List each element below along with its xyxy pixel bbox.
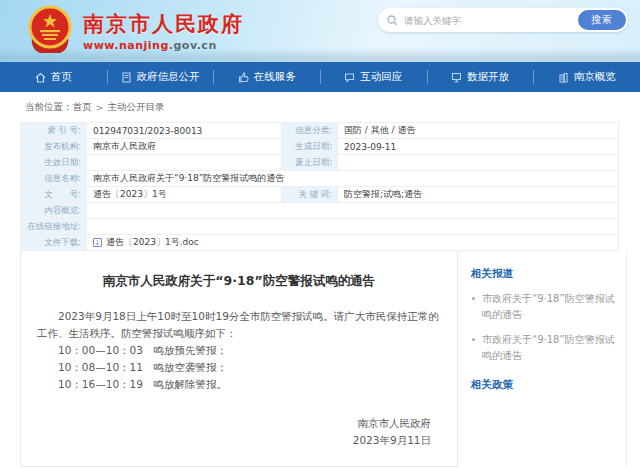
related-report-item[interactable]: 市政府关于“9·18”防空警报试鸣的通告 xyxy=(471,291,616,323)
related-policies-title: 相关政策 xyxy=(471,378,616,392)
building-icon xyxy=(558,72,569,83)
breadcrumb: 当前位置： 首页 > 主动公开目录 xyxy=(0,92,640,122)
keywords-label: 关 键 词: xyxy=(282,187,338,203)
info-name-value: 南京市人民政府关于“9·18”防空警报试鸣的通告 xyxy=(87,171,619,187)
effective-date-value xyxy=(87,155,282,171)
nav-item-interaction[interactable]: 互动回应 xyxy=(320,62,427,92)
summary-label: 内容概览: xyxy=(21,203,87,219)
signature-org: 南京市人民政府 xyxy=(37,415,431,432)
category-value: 国防 / 其他 / 通告 xyxy=(338,123,619,139)
site-header: 南京市人民政府 www.nanjing.gov.cn 搜索 xyxy=(0,0,640,62)
effective-date-label: 生效日期: xyxy=(21,155,87,171)
table-row: 索 引 号: 012947031/2023-80013 信息分类: 国防 / 其… xyxy=(21,123,619,139)
index-number-value: 012947031/2023-80013 xyxy=(87,123,282,139)
publisher-value: 南京市人民政府 xyxy=(87,139,282,155)
site-name: 南京市人民政府 xyxy=(83,11,244,37)
related-reports-title: 相关报道 xyxy=(471,267,616,281)
table-row: 信息名称: 南京市人民政府关于“9·18”防空警报试鸣的通告 xyxy=(21,171,619,187)
chat-bubble-icon xyxy=(344,72,355,83)
repeal-date-label: 废止日期: xyxy=(282,155,338,171)
search-box: 搜索 xyxy=(378,8,628,32)
table-row: 内容概览: xyxy=(21,203,619,219)
article-paragraph: 2023年9月18日上午10时至10时19分全市防空警报试鸣。请广大市民保持正常… xyxy=(37,308,441,342)
index-number-label: 索 引 号: xyxy=(21,123,87,139)
online-link-label: 在线链接地址: xyxy=(21,219,87,235)
doc-number-label: 文 号: xyxy=(21,187,87,203)
created-date-value: 2023-09-11 xyxy=(338,139,619,155)
siren-schedule-line: 10：16—10：19 鸣放解除警报。 xyxy=(37,376,441,393)
site-url: www.nanjing.gov.cn xyxy=(83,39,244,52)
article-title: 南京市人民政府关于“9·18”防空警报试鸣的通告 xyxy=(37,273,441,290)
created-date-label: 生成日期: xyxy=(282,139,338,155)
table-row: 文 号: 通告〔2023〕1号 关 键 词: 防空警报;试鸣;通告 xyxy=(21,187,619,203)
publisher-label: 发布机构: xyxy=(21,139,87,155)
file-download-label: 文件下载: xyxy=(21,235,87,251)
siren-schedule-line: 10：08—10：11 鸣放空袭警报； xyxy=(37,359,441,376)
monitor-icon xyxy=(451,72,462,83)
category-label: 信息分类: xyxy=(282,123,338,139)
keywords-value: 防空警报;试鸣;通告 xyxy=(338,187,619,203)
breadcrumb-current-link[interactable]: 主动公开目录 xyxy=(107,101,164,114)
sidebar: 相关报道 市政府关于“9·18”防空警报试鸣的通告 市政府关于“9·18”防空警… xyxy=(458,251,627,467)
online-link-value xyxy=(87,219,619,235)
nav-item-home[interactable]: 首页 xyxy=(0,62,107,92)
table-row: 发布机构: 南京市人民政府 生成日期: 2023-09-11 xyxy=(21,139,619,155)
search-button[interactable]: 搜索 xyxy=(578,10,626,30)
home-icon xyxy=(35,72,46,83)
summary-value xyxy=(87,203,619,219)
download-icon: ↓ xyxy=(93,238,102,247)
nav-item-open-data[interactable]: 数据开放 xyxy=(427,62,534,92)
doc-number-value: 通告〔2023〕1号 xyxy=(87,187,282,203)
search-icon xyxy=(387,15,398,26)
file-download-link[interactable]: ↓ 通告〔2023〕1号.doc xyxy=(93,236,199,249)
table-row: 文件下载: ↓ 通告〔2023〕1号.doc xyxy=(21,235,619,251)
nav-item-nanjing-overview[interactable]: 南京概览 xyxy=(533,62,640,92)
nav-item-gov-info[interactable]: 政府信息公开 xyxy=(107,62,214,92)
thumbs-up-icon xyxy=(238,72,249,83)
breadcrumb-home-link[interactable]: 首页 xyxy=(73,101,92,114)
site-logo[interactable]: 南京市人民政府 www.nanjing.gov.cn xyxy=(26,5,244,57)
info-name-label: 信息名称: xyxy=(21,171,87,187)
document-icon xyxy=(121,72,132,83)
article-signature: 南京市人民政府 2023年9月11日 xyxy=(37,415,441,449)
signature-date: 2023年9月11日 xyxy=(37,432,431,449)
document-meta-table: 索 引 号: 012947031/2023-80013 信息分类: 国防 / 其… xyxy=(20,122,619,251)
main-nav: 首页 政府信息公开 在线服务 互动回应 数据开放 南京概览 xyxy=(0,62,640,92)
related-reports-list: 市政府关于“9·18”防空警报试鸣的通告 市政府关于“9·18”防空警报试鸣的通… xyxy=(471,291,616,364)
table-row: 在线链接地址: xyxy=(21,219,619,235)
breadcrumb-separator: > xyxy=(96,102,104,113)
repeal-date-value xyxy=(338,155,619,171)
article-panel: 南京市人民政府关于“9·18”防空警报试鸣的通告 2023年9月18日上午10时… xyxy=(20,251,458,467)
breadcrumb-prefix: 当前位置： xyxy=(25,101,73,114)
national-emblem-icon xyxy=(26,5,74,57)
siren-schedule-line: 10：00—10：03 鸣放预先警报； xyxy=(37,342,441,359)
related-report-item[interactable]: 市政府关于“9·18”防空警报试鸣的通告 xyxy=(471,332,616,364)
file-download-name: 通告〔2023〕1号.doc xyxy=(106,236,199,249)
nav-item-online-services[interactable]: 在线服务 xyxy=(213,62,320,92)
table-row: 生效日期: 废止日期: xyxy=(21,155,619,171)
